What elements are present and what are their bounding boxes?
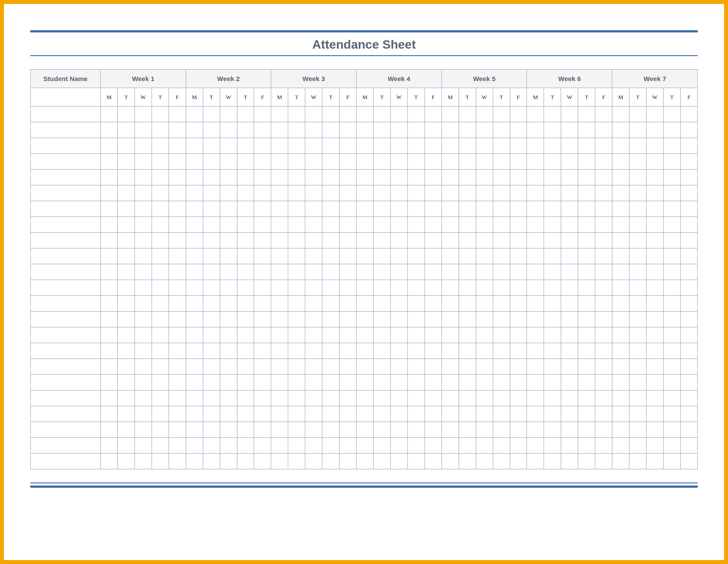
attendance-cell[interactable]: [595, 390, 612, 406]
attendance-cell[interactable]: [680, 438, 697, 454]
attendance-cell[interactable]: [493, 359, 510, 375]
attendance-cell[interactable]: [237, 264, 254, 280]
attendance-cell[interactable]: [169, 390, 186, 406]
attendance-cell[interactable]: [544, 438, 561, 454]
attendance-cell[interactable]: [561, 185, 578, 201]
attendance-cell[interactable]: [322, 390, 339, 406]
attendance-cell[interactable]: [544, 185, 561, 201]
attendance-cell[interactable]: [527, 343, 544, 359]
attendance-cell[interactable]: [544, 217, 561, 233]
student-name-cell[interactable]: [31, 327, 101, 343]
attendance-cell[interactable]: [442, 422, 459, 438]
attendance-cell[interactable]: [288, 406, 305, 422]
attendance-cell[interactable]: [544, 359, 561, 375]
attendance-cell[interactable]: [305, 217, 322, 233]
attendance-cell[interactable]: [254, 217, 271, 233]
attendance-cell[interactable]: [254, 390, 271, 406]
attendance-cell[interactable]: [407, 248, 424, 264]
attendance-cell[interactable]: [374, 201, 391, 217]
attendance-cell[interactable]: [442, 170, 459, 185]
attendance-cell[interactable]: [339, 280, 357, 296]
attendance-cell[interactable]: [442, 248, 459, 264]
attendance-cell[interactable]: [322, 248, 339, 264]
attendance-cell[interactable]: [374, 106, 391, 122]
attendance-cell[interactable]: [390, 154, 407, 170]
attendance-cell[interactable]: [493, 248, 510, 264]
attendance-cell[interactable]: [220, 327, 237, 343]
attendance-cell[interactable]: [220, 122, 237, 138]
attendance-cell[interactable]: [390, 296, 407, 312]
attendance-cell[interactable]: [237, 217, 254, 233]
attendance-cell[interactable]: [510, 343, 527, 359]
attendance-cell[interactable]: [647, 438, 664, 454]
attendance-cell[interactable]: [476, 201, 493, 217]
attendance-cell[interactable]: [357, 154, 374, 170]
attendance-cell[interactable]: [578, 122, 595, 138]
attendance-cell[interactable]: [305, 122, 322, 138]
attendance-cell[interactable]: [663, 217, 680, 233]
attendance-cell[interactable]: [288, 390, 305, 406]
attendance-cell[interactable]: [203, 138, 220, 154]
attendance-cell[interactable]: [117, 280, 134, 296]
attendance-cell[interactable]: [288, 170, 305, 185]
attendance-cell[interactable]: [374, 454, 391, 469]
attendance-cell[interactable]: [663, 264, 680, 280]
attendance-cell[interactable]: [117, 154, 134, 170]
attendance-cell[interactable]: [476, 375, 493, 390]
attendance-cell[interactable]: [612, 359, 629, 375]
attendance-cell[interactable]: [305, 422, 322, 438]
attendance-cell[interactable]: [629, 138, 647, 154]
attendance-cell[interactable]: [254, 422, 271, 438]
attendance-cell[interactable]: [357, 233, 374, 248]
attendance-cell[interactable]: [510, 264, 527, 280]
attendance-cell[interactable]: [152, 343, 169, 359]
attendance-cell[interactable]: [322, 422, 339, 438]
attendance-cell[interactable]: [169, 185, 186, 201]
attendance-cell[interactable]: [595, 248, 612, 264]
attendance-cell[interactable]: [476, 106, 493, 122]
attendance-cell[interactable]: [339, 296, 357, 312]
attendance-cell[interactable]: [117, 201, 134, 217]
attendance-cell[interactable]: [322, 185, 339, 201]
attendance-cell[interactable]: [595, 185, 612, 201]
attendance-cell[interactable]: [612, 312, 629, 327]
attendance-cell[interactable]: [169, 454, 186, 469]
attendance-cell[interactable]: [612, 390, 629, 406]
attendance-cell[interactable]: [169, 343, 186, 359]
attendance-cell[interactable]: [271, 122, 288, 138]
attendance-cell[interactable]: [374, 327, 391, 343]
attendance-cell[interactable]: [442, 280, 459, 296]
attendance-cell[interactable]: [390, 359, 407, 375]
attendance-cell[interactable]: [476, 185, 493, 201]
attendance-cell[interactable]: [101, 406, 118, 422]
attendance-cell[interactable]: [152, 170, 169, 185]
attendance-cell[interactable]: [663, 170, 680, 185]
attendance-cell[interactable]: [459, 406, 476, 422]
attendance-cell[interactable]: [424, 327, 442, 343]
attendance-cell[interactable]: [271, 248, 288, 264]
attendance-cell[interactable]: [288, 312, 305, 327]
attendance-cell[interactable]: [254, 406, 271, 422]
attendance-cell[interactable]: [101, 170, 118, 185]
attendance-cell[interactable]: [595, 312, 612, 327]
attendance-cell[interactable]: [476, 438, 493, 454]
attendance-cell[interactable]: [339, 312, 357, 327]
attendance-cell[interactable]: [390, 122, 407, 138]
attendance-cell[interactable]: [374, 359, 391, 375]
attendance-cell[interactable]: [459, 327, 476, 343]
attendance-cell[interactable]: [117, 454, 134, 469]
attendance-cell[interactable]: [476, 122, 493, 138]
attendance-cell[interactable]: [442, 454, 459, 469]
attendance-cell[interactable]: [374, 217, 391, 233]
attendance-cell[interactable]: [254, 170, 271, 185]
attendance-cell[interactable]: [407, 122, 424, 138]
attendance-cell[interactable]: [305, 264, 322, 280]
attendance-cell[interactable]: [390, 375, 407, 390]
attendance-cell[interactable]: [203, 154, 220, 170]
attendance-cell[interactable]: [357, 359, 374, 375]
attendance-cell[interactable]: [271, 296, 288, 312]
attendance-cell[interactable]: [561, 454, 578, 469]
attendance-cell[interactable]: [117, 185, 134, 201]
attendance-cell[interactable]: [390, 390, 407, 406]
attendance-cell[interactable]: [510, 154, 527, 170]
